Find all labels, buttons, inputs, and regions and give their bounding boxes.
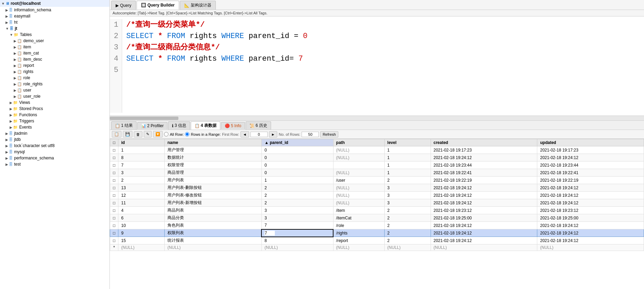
cell-parent_id[interactable]: 7 bbox=[261, 222, 333, 229]
cell-updated[interactable]: 2021-02-18 19:24:12 bbox=[537, 154, 644, 161]
sidebar-table-item_desc[interactable]: ▶ 📋 item_desc bbox=[0, 56, 109, 62]
sidebar-item-lock[interactable]: ▶ 🗄 lock`character set utf8 bbox=[0, 143, 109, 149]
cell-parent_id[interactable]: 8 bbox=[261, 237, 333, 244]
toolbar-btn-1[interactable]: 📋 bbox=[112, 131, 121, 137]
cell-created[interactable]: 2021-02-18 19:24:12 bbox=[431, 154, 537, 161]
editor-scroll-thumb[interactable] bbox=[110, 117, 178, 120]
sidebar-table-demo_user[interactable]: ▶ 📋 demo_user bbox=[0, 38, 109, 44]
result-tab-info[interactable]: ℹ 3 信息 bbox=[168, 121, 190, 130]
cell-level[interactable]: 1 bbox=[384, 154, 431, 161]
row-checkbox[interactable]: □ bbox=[110, 169, 118, 177]
sidebar-table-rights[interactable]: ▶ 📋 rights bbox=[0, 69, 109, 75]
toolbar-btn-4[interactable]: ✎ bbox=[144, 131, 152, 137]
nav-prev-btn[interactable]: ◄ bbox=[241, 131, 249, 137]
editing-input[interactable] bbox=[265, 231, 275, 236]
sidebar-item-performance_schema[interactable]: ▶ 🗄 performance_schema bbox=[0, 155, 109, 161]
cell-name[interactable]: 商品管理 bbox=[164, 169, 261, 177]
col-header-created[interactable]: created bbox=[431, 139, 537, 146]
cell-created[interactable]: 2021-02-18 19:24:12 bbox=[431, 222, 537, 229]
cell-updated[interactable]: 2021-02-18 19:24:12 bbox=[537, 199, 644, 207]
table-row[interactable]: □ 6 商品分类 3 /itemCat 2 2021-02-18 19:25:0… bbox=[110, 214, 644, 222]
cell-created[interactable]: 2021-02-18 19:25:00 bbox=[431, 214, 537, 222]
cell-name[interactable]: 权限列表 bbox=[164, 229, 261, 237]
row-checkbox[interactable]: □ bbox=[110, 222, 118, 229]
table-row[interactable]: □ 8 数据统计 0 (NULL) 1 2021-02-18 19:24:12 … bbox=[110, 154, 644, 161]
table-row[interactable]: □ 13 用户列表-删除按钮 2 (NULL) 3 2021-02-18 19:… bbox=[110, 184, 644, 192]
cell-parent_id[interactable]: 2 bbox=[261, 192, 333, 199]
cell-level[interactable]: 3 bbox=[384, 199, 431, 207]
cell-id[interactable]: 1 bbox=[118, 146, 165, 154]
cell-level[interactable]: 3 bbox=[384, 192, 431, 199]
row-checkbox[interactable]: □ bbox=[110, 177, 118, 184]
table-row[interactable]: □ 7 权限管理 0 1 2021-02-18 19:23:44 2021-02… bbox=[110, 161, 644, 169]
cell-path[interactable]: (NULL) bbox=[333, 192, 384, 199]
cell-name[interactable]: 用户列表-删除按钮 bbox=[164, 184, 261, 192]
col-header-updated[interactable]: updated bbox=[537, 139, 644, 146]
cell-name[interactable]: 用户列表 bbox=[164, 177, 261, 184]
cell-level[interactable]: 2 bbox=[384, 229, 431, 237]
cell-path[interactable]: (NULL) bbox=[333, 169, 384, 177]
toolbar-btn-2[interactable]: 💾 bbox=[123, 131, 132, 137]
sidebar-folder-triggers[interactable]: ▶ 📁 Triggers bbox=[0, 118, 109, 124]
cell-name[interactable]: 统计报表 bbox=[164, 237, 261, 244]
cell-level[interactable]: 3 bbox=[384, 184, 431, 192]
cell-updated[interactable]: 2021-02-18 19:25:00 bbox=[537, 214, 644, 222]
sql-content[interactable]: /*查询一级分类菜单*/ SELECT * FROM rights WHERE … bbox=[122, 19, 312, 113]
cell-path[interactable] bbox=[333, 161, 384, 169]
row-checkbox[interactable]: □ bbox=[110, 192, 118, 199]
cell-path[interactable]: /user bbox=[333, 177, 384, 184]
cell-name[interactable]: 用户管理 bbox=[164, 146, 261, 154]
sidebar-table-report[interactable]: ▶ 📋 report bbox=[0, 62, 109, 69]
cell-parent_id[interactable]: 3 bbox=[261, 207, 333, 214]
tab-query-builder[interactable]: 🔲 Query Builder bbox=[137, 1, 179, 10]
cell-id[interactable]: 3 bbox=[118, 169, 165, 177]
no-of-rows-input[interactable] bbox=[302, 132, 319, 137]
toolbar-btn-3[interactable]: 🗑 bbox=[134, 131, 142, 137]
cell-id[interactable]: 10 bbox=[118, 222, 165, 229]
row-checkbox[interactable]: □ bbox=[110, 146, 118, 154]
editor-scrollbar[interactable] bbox=[110, 116, 644, 121]
cell-path[interactable]: /role bbox=[333, 222, 384, 229]
cell-parent_id[interactable]: 3 bbox=[261, 214, 333, 222]
cell-updated[interactable]: 2021-02-18 19:22:19 bbox=[537, 177, 644, 184]
cell-name[interactable]: 角色列表 bbox=[164, 222, 261, 229]
cell-level[interactable]: 2 bbox=[384, 214, 431, 222]
cell-path[interactable]: /item bbox=[333, 207, 384, 214]
cell-level[interactable]: 2 bbox=[384, 222, 431, 229]
cell-path[interactable]: /rights bbox=[333, 229, 384, 237]
row-checkbox[interactable]: □ bbox=[110, 184, 118, 192]
sidebar-folder-storedprocs[interactable]: ▶ 📁 Stored Procs bbox=[0, 106, 109, 112]
table-row[interactable]: □ 2 用户列表 1 /user 2 2021-02-18 19:22:19 2… bbox=[110, 177, 644, 184]
row-checkbox[interactable]: □ bbox=[110, 207, 118, 214]
sidebar-table-user[interactable]: ▶ 📋 user bbox=[0, 87, 109, 93]
cell-updated[interactable]: 2021-02-18 19:23:44 bbox=[537, 161, 644, 169]
cell-level[interactable]: 1 bbox=[384, 146, 431, 154]
col-header-level[interactable]: level bbox=[384, 139, 431, 146]
cell-level[interactable]: 2 bbox=[384, 207, 431, 214]
result-tab-history[interactable]: 📜 6 历史 bbox=[246, 121, 271, 130]
radio-rows-range[interactable] bbox=[185, 132, 189, 136]
table-row[interactable]: □ 1 用户管理 0 (NULL) 1 2021-02-18 19:17:23 … bbox=[110, 146, 644, 154]
sidebar-item-mysql[interactable]: ▶ 🗄 mysql bbox=[0, 149, 109, 155]
cell-id[interactable]: 12 bbox=[118, 192, 165, 199]
table-row[interactable]: □ 10 角色列表 7 /role 2 2021-02-18 19:24:12 … bbox=[110, 222, 644, 229]
cell-path[interactable]: /itemCat bbox=[333, 214, 384, 222]
cell-id[interactable]: 4 bbox=[118, 207, 165, 214]
cell-id[interactable]: 9 bbox=[118, 229, 165, 237]
cell-created[interactable]: 2021-02-18 19:22:19 bbox=[431, 177, 537, 184]
result-tab-profiler[interactable]: 📊 2 Profiler bbox=[137, 122, 167, 129]
sidebar-item-easymall[interactable]: ▶ 🗄 easymall bbox=[0, 13, 109, 19]
cell-created[interactable]: 2021-02-18 19:23:44 bbox=[431, 161, 537, 169]
cell-id[interactable]: 13 bbox=[118, 184, 165, 192]
refresh-btn[interactable]: Refresh bbox=[320, 131, 338, 137]
cell-parent_id[interactable]: 1 bbox=[261, 177, 333, 184]
cell-id[interactable]: 2 bbox=[118, 177, 165, 184]
cell-name[interactable]: 数据统计 bbox=[164, 154, 261, 161]
cell-path[interactable]: (NULL) bbox=[333, 199, 384, 207]
cell-parent_id[interactable]: (NULL) bbox=[261, 244, 333, 251]
cell-name[interactable]: 商品列表 bbox=[164, 207, 261, 214]
sidebar-table-item[interactable]: ▶ 📋 item bbox=[0, 44, 109, 50]
cell-created[interactable]: 2021-02-18 19:22:41 bbox=[431, 169, 537, 177]
cell-updated[interactable]: 2021-02-18 19:23:12 bbox=[537, 207, 644, 214]
cell-updated[interactable]: 2021-02-18 19:22:41 bbox=[537, 169, 644, 177]
